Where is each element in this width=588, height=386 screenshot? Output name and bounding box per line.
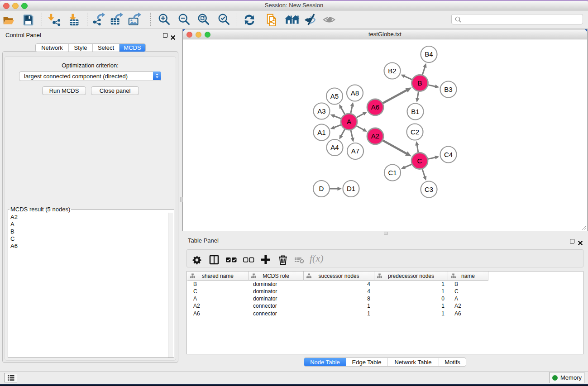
svg-text:A3: A3	[317, 107, 325, 115]
svg-text:C: C	[417, 157, 422, 165]
svg-text:A1: A1	[317, 129, 325, 136]
svg-text:A5: A5	[330, 92, 339, 100]
svg-text:B1: B1	[411, 108, 419, 115]
svg-text:C3: C3	[425, 186, 433, 193]
svg-text:A: A	[347, 118, 351, 125]
svg-text:B: B	[417, 79, 422, 87]
svg-text:D: D	[319, 185, 324, 192]
svg-text:A4: A4	[330, 143, 339, 151]
svg-text:A6: A6	[371, 103, 379, 111]
svg-text:C1: C1	[388, 169, 397, 176]
svg-text:B4: B4	[425, 50, 433, 58]
svg-text:A8: A8	[351, 89, 359, 97]
svg-text:D1: D1	[347, 185, 355, 192]
svg-text:A2: A2	[371, 132, 379, 140]
svg-text:B2: B2	[388, 67, 396, 75]
svg-text:A7: A7	[351, 147, 359, 155]
svg-text:B3: B3	[444, 86, 452, 93]
svg-text:C4: C4	[444, 151, 453, 158]
svg-text:C2: C2	[411, 128, 419, 136]
